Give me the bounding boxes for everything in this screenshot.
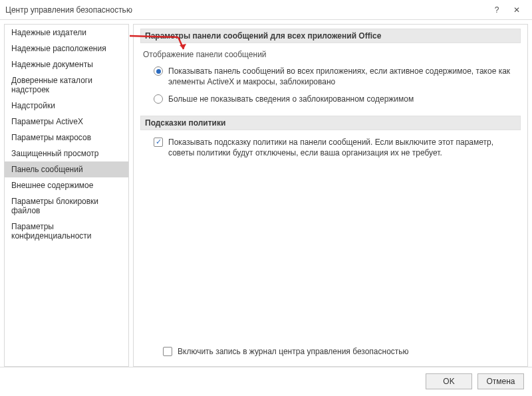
radio-icon [154,66,163,76]
sidebar-item-file-block[interactable]: Параметры блокировки файлов [5,193,128,219]
help-icon[interactable]: ? [487,2,507,18]
sidebar: Надежные издатели Надежные расположения … [4,24,129,367]
sidebar-item-macro-settings[interactable]: Параметры макросов [5,130,128,146]
window-title: Центр управления безопасностью [5,5,487,15]
dialog-body: Надежные издатели Надежные расположения … [0,20,532,367]
sidebar-item-label: Надежные расположения [11,44,106,53]
subheading-message-bar-display: Отображение панели сообщений [143,50,518,59]
sidebar-item-label: Надежные издатели [11,28,86,37]
section-header-message-bar: Параметры панели сообщений для всех прил… [140,29,521,43]
checkbox-icon [163,347,172,356]
check-show-policy-tips[interactable]: Показывать подсказку политики на панели … [154,137,518,158]
check-enable-logging[interactable]: Включить запись в журнал центра управлен… [163,346,518,357]
sidebar-item-label: Параметры макросов [11,133,91,142]
titlebar: Центр управления безопасностью ? ✕ [0,0,532,20]
sidebar-item-label: Защищенный просмотр [11,149,99,158]
radio-show-message-bar[interactable]: Показывать панель сообщений во всех прил… [154,66,518,87]
ok-label: OK [443,377,454,386]
sidebar-item-message-bar[interactable]: Панель сообщений [5,161,128,177]
sidebar-item-label: Параметры блокировки файлов [11,197,98,215]
sidebar-item-trusted-addon-catalogs[interactable]: Доверенные каталоги надстроек [5,72,128,98]
sidebar-item-label: Внешнее содержимое [11,181,93,190]
check-label: Показывать подсказку политики на панели … [168,137,518,158]
radio-label: Показывать панель сообщений во всех прил… [168,66,518,87]
sidebar-item-trusted-publishers[interactable]: Надежные издатели [5,25,128,41]
checkbox-icon [154,138,163,147]
sidebar-item-trusted-documents[interactable]: Надежные документы [5,56,128,72]
check-label: Включить запись в журнал центра управлен… [178,346,409,357]
content-pane: Параметры панели сообщений для всех прил… [133,24,528,367]
cancel-label: Отмена [486,377,515,386]
sidebar-item-protected-view[interactable]: Защищенный просмотр [5,146,128,161]
section-header-policy-tips: Подсказки политики [140,116,521,130]
sidebar-item-label: Панель сообщений [11,165,83,174]
sidebar-item-label: Надстройки [11,101,55,110]
radio-icon [154,94,163,104]
sidebar-item-addins[interactable]: Надстройки [5,98,128,114]
sidebar-item-label: Параметры ActiveX [11,117,83,126]
ok-button[interactable]: OK [426,373,472,389]
sidebar-item-label: Надежные документы [11,60,93,69]
sidebar-item-privacy[interactable]: Параметры конфиденциальности [5,219,128,244]
cancel-button[interactable]: Отмена [477,373,524,389]
radio-label: Больше не показывать сведения о заблокир… [168,94,414,104]
sidebar-item-label: Параметры конфиденциальности [11,222,92,241]
sidebar-item-label: Доверенные каталоги надстроек [11,76,92,94]
sidebar-item-trusted-locations[interactable]: Надежные расположения [5,41,128,56]
dialog-footer: OK Отмена [0,367,532,392]
radio-never-show-blocked[interactable]: Больше не показывать сведения о заблокир… [154,94,518,104]
sidebar-item-activex[interactable]: Параметры ActiveX [5,114,128,130]
close-icon[interactable]: ✕ [507,2,527,18]
sidebar-item-external-content[interactable]: Внешнее содержимое [5,177,128,193]
